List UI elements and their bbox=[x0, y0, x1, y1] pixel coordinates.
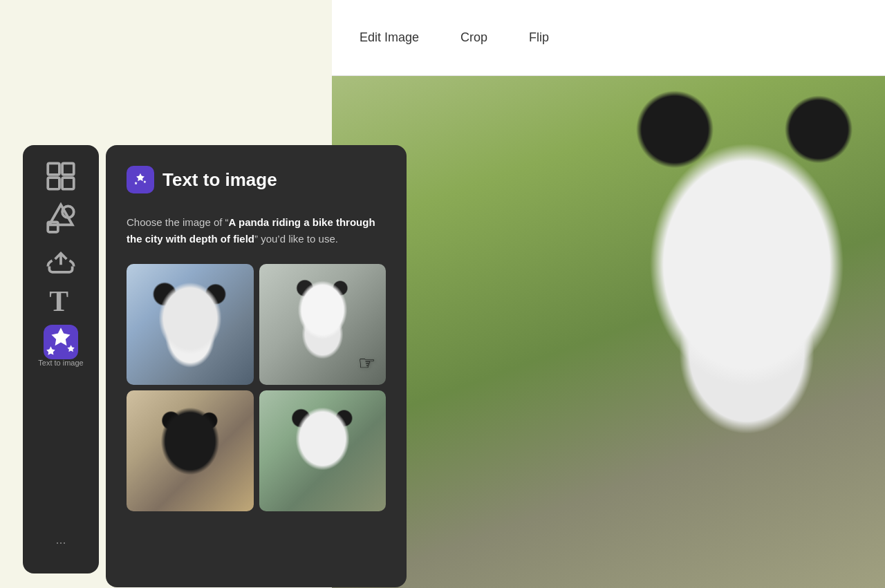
sidebar-item-upload[interactable] bbox=[44, 242, 78, 276]
panel-icon bbox=[127, 166, 154, 193]
crop-button[interactable]: Crop bbox=[460, 25, 487, 50]
flip-button[interactable]: Flip bbox=[529, 25, 549, 50]
text-to-image-icon[interactable] bbox=[44, 325, 78, 359]
more-options-button[interactable]: ··· bbox=[44, 525, 78, 560]
text-icon[interactable]: T bbox=[44, 283, 78, 318]
sidebar-item-text[interactable]: T bbox=[44, 283, 78, 318]
edit-image-button[interactable]: Edit Image bbox=[360, 25, 419, 50]
panel-description: Choose the image of “A panda riding a bi… bbox=[127, 214, 386, 247]
sidebar-item-shapes[interactable] bbox=[44, 200, 78, 235]
image-grid bbox=[127, 264, 386, 511]
left-sidebar: T Text to image ··· bbox=[23, 145, 99, 573]
panda-image-2[interactable] bbox=[259, 264, 386, 385]
panda-image-4[interactable] bbox=[259, 390, 386, 511]
panel-title: Text to image bbox=[162, 169, 277, 191]
main-panel: Text to image Choose the image of “A pan… bbox=[106, 145, 407, 587]
svg-rect-1 bbox=[62, 163, 74, 175]
svg-rect-2 bbox=[48, 178, 59, 189]
text-to-image-label: Text to image bbox=[38, 359, 83, 367]
grid-icon[interactable] bbox=[44, 159, 78, 193]
panel-header: Text to image bbox=[127, 166, 386, 193]
top-toolbar: Edit Image Crop Flip bbox=[332, 0, 885, 76]
sidebar-item-text-to-image[interactable]: Text to image bbox=[38, 325, 83, 367]
panda-image-3[interactable] bbox=[127, 390, 254, 511]
svg-text:T: T bbox=[49, 285, 68, 317]
shapes-icon[interactable] bbox=[44, 200, 78, 235]
svg-rect-0 bbox=[48, 163, 59, 175]
upload-icon[interactable] bbox=[44, 242, 78, 276]
panda-image-1[interactable] bbox=[127, 264, 254, 385]
panda-main-image bbox=[332, 0, 885, 588]
svg-rect-3 bbox=[62, 178, 74, 189]
sidebar-item-grid[interactable] bbox=[44, 159, 78, 193]
